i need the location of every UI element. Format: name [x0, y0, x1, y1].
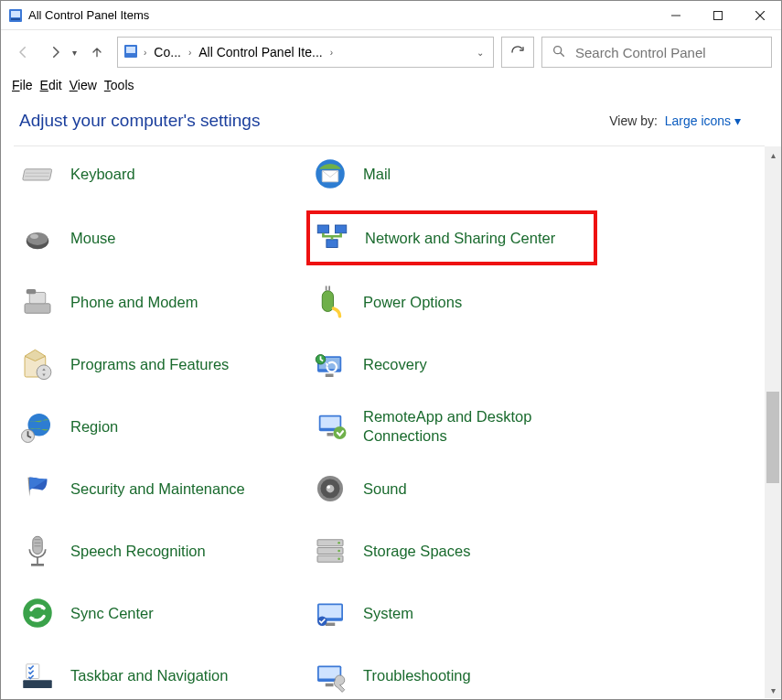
breadcrumb-all-items[interactable]: All Control Panel Ite...	[197, 45, 324, 59]
recovery-icon	[310, 344, 350, 384]
troubleshooting-icon	[310, 655, 350, 695]
svg-rect-19	[317, 225, 328, 233]
item-troubleshooting[interactable]: Troubleshooting	[310, 653, 594, 697]
item-programs-features[interactable]: Programs and Features	[17, 342, 301, 386]
item-speech-recognition[interactable]: Speech Recognition	[17, 529, 301, 573]
item-label: Region	[70, 417, 118, 436]
scroll-track[interactable]	[765, 163, 781, 682]
up-button[interactable]	[84, 39, 110, 65]
recent-dropdown[interactable]: ▾	[72, 48, 77, 58]
item-phone-modem[interactable]: Phone and Modem	[17, 280, 301, 324]
svg-rect-25	[322, 291, 333, 312]
svg-rect-8	[126, 47, 135, 53]
svg-rect-20	[336, 225, 347, 233]
svg-rect-32	[326, 374, 334, 378]
address-dropdown[interactable]: ⌄	[477, 48, 487, 58]
svg-point-43	[327, 486, 331, 490]
item-label: RemoteApp and Desktop Connections	[363, 407, 564, 445]
header-row: Adjust your computer's settings View by:…	[1, 102, 765, 145]
search-input[interactable]	[573, 44, 762, 61]
view-by: View by: Large icons ▾	[609, 113, 741, 128]
vertical-scrollbar[interactable]: ▴ ▾	[765, 146, 781, 698]
item-taskbar-navigation[interactable]: Taskbar and Navigation	[17, 653, 301, 697]
item-network-sharing-center[interactable]: Network and Sharing Center	[310, 214, 594, 262]
svg-rect-21	[327, 240, 337, 248]
item-storage-spaces[interactable]: Storage Spaces	[310, 529, 594, 573]
item-label: Recovery	[363, 355, 427, 374]
item-label: Security and Maintenance	[70, 479, 245, 499]
menu-edit[interactable]: Edit	[38, 78, 64, 92]
address-bar[interactable]: › Co... › All Control Panel Ite... › ⌄	[117, 37, 494, 68]
power-icon	[310, 282, 350, 322]
item-label: System	[363, 604, 413, 623]
region-icon	[17, 406, 58, 447]
item-label: Network and Sharing Center	[365, 229, 555, 248]
titlebar: All Control Panel Items	[1, 1, 781, 30]
maximize-button[interactable]	[697, 1, 739, 30]
item-recovery[interactable]: Recovery	[310, 342, 594, 386]
svg-rect-11	[23, 169, 52, 180]
content-wrap: Keyboard Mail Mouse Network and Sharing …	[1, 146, 781, 698]
item-label: Speech Recognition	[70, 542, 206, 561]
svg-point-55	[337, 557, 340, 560]
item-keyboard[interactable]: Keyboard	[17, 152, 301, 196]
programs-icon	[17, 344, 58, 384]
item-label: Mail	[363, 165, 391, 184]
menu-view[interactable]: View	[68, 78, 99, 92]
scroll-down-arrow[interactable]: ▾	[765, 682, 781, 698]
svg-point-29	[37, 365, 51, 380]
item-remoteapp[interactable]: RemoteApp and Desktop Connections	[310, 404, 594, 448]
svg-point-56	[23, 598, 52, 628]
nav-row: ▾ › Co... › All Control Panel Ite... › ⌄	[1, 30, 781, 74]
refresh-button[interactable]	[501, 37, 534, 68]
svg-rect-27	[328, 286, 330, 291]
view-by-mode[interactable]: Large icons ▾	[665, 113, 741, 128]
svg-rect-24	[27, 289, 37, 294]
svg-point-39	[334, 426, 347, 439]
item-security-maintenance[interactable]: Security and Maintenance	[17, 467, 301, 511]
breadcrumb-control-panel[interactable]: Co...	[152, 45, 183, 59]
chevron-right-icon[interactable]: ›	[330, 48, 333, 58]
item-mail[interactable]: Mail	[310, 152, 594, 196]
minimize-button[interactable]	[655, 1, 697, 30]
close-button[interactable]	[739, 1, 781, 30]
item-power-options[interactable]: Power Options	[310, 280, 594, 324]
forward-button[interactable]	[43, 39, 69, 65]
svg-point-54	[337, 550, 340, 553]
network-icon	[312, 218, 352, 258]
scroll-up-arrow[interactable]: ▴	[765, 146, 781, 163]
menu-file[interactable]: File	[10, 78, 35, 92]
menu-tools[interactable]: Tools	[102, 78, 136, 92]
item-system[interactable]: System	[310, 591, 594, 635]
chevron-right-icon[interactable]: ›	[144, 48, 146, 58]
svg-rect-65	[326, 684, 334, 687]
search-box[interactable]	[541, 37, 772, 68]
svg-rect-4	[714, 11, 723, 19]
item-label: Phone and Modem	[70, 293, 198, 312]
mouse-icon	[17, 218, 58, 258]
speech-icon	[17, 531, 58, 571]
svg-rect-38	[327, 433, 334, 436]
mail-icon	[310, 154, 350, 194]
svg-rect-61	[23, 680, 52, 688]
item-label: Programs and Features	[70, 355, 229, 374]
search-icon	[552, 44, 566, 61]
item-label: Sound	[363, 479, 407, 499]
item-region[interactable]: Region	[17, 404, 301, 448]
item-mouse[interactable]: Mouse	[17, 214, 301, 262]
chevron-right-icon[interactable]: ›	[188, 48, 191, 58]
control-panel-small-icon	[123, 44, 138, 61]
scroll-thumb[interactable]	[766, 392, 779, 483]
item-label: Sync Center	[70, 604, 154, 623]
svg-point-42	[327, 485, 335, 493]
item-sync-center[interactable]: Sync Center	[17, 591, 301, 635]
item-sound[interactable]: Sound	[310, 467, 594, 511]
menu-bar: File Edit View Tools	[1, 74, 781, 102]
keyboard-icon	[17, 154, 58, 194]
back-button[interactable]	[10, 39, 36, 65]
item-label: Power Options	[363, 293, 462, 312]
svg-rect-1	[11, 11, 20, 17]
item-label: Troubleshooting	[363, 666, 471, 685]
items-grid: Keyboard Mail Mouse Network and Sharing …	[1, 146, 765, 698]
item-label: Keyboard	[70, 165, 135, 184]
